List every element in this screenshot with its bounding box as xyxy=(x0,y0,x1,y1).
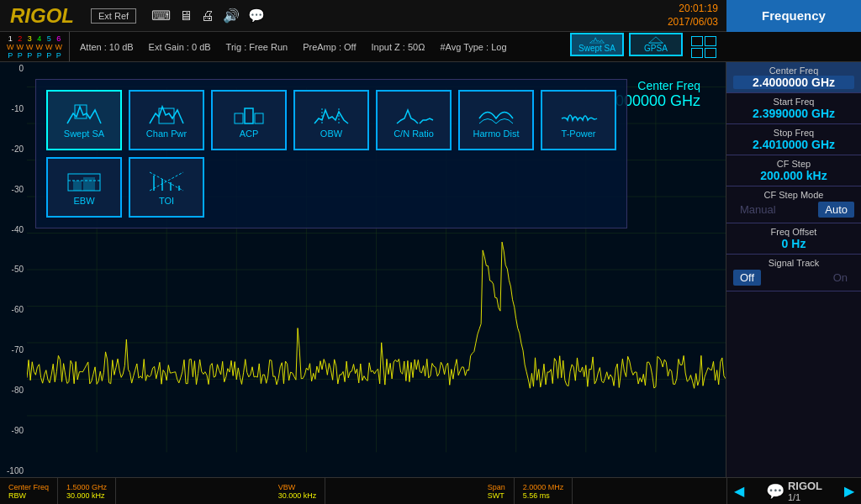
center-freq-value: 2.4000000 GHz xyxy=(733,76,854,89)
bb-span-swt-val: 2.0000 MHz 5.56 ms xyxy=(515,478,573,504)
ch-num-5: 5 xyxy=(47,34,51,43)
svg-rect-23 xyxy=(245,108,253,123)
gpsa-mode-btn[interactable]: GPSA xyxy=(629,33,683,56)
mode-buttons: Swept SA GPSA xyxy=(563,33,726,61)
freq-offset-row[interactable]: Freq Offset 0 Hz xyxy=(726,223,861,255)
swept-sa-icon xyxy=(580,36,614,44)
bottombar: Center Freq RBW 1.5000 GHz 30.000 kHz VB… xyxy=(0,477,861,504)
ch-w-1: W xyxy=(7,43,14,51)
y-label-100: -100 xyxy=(0,466,27,475)
meas-obw[interactable]: OBW xyxy=(293,90,369,150)
bb-span-val: 2.0000 MHz xyxy=(523,483,564,491)
infobar: 1 W P 2 W P 3 W P 4 W P 5 W P 6 W P Atte… xyxy=(0,32,861,62)
page-indicator: 1/1 xyxy=(788,492,822,502)
svg-rect-24 xyxy=(255,113,263,123)
toi-meas-label: TOI xyxy=(159,196,174,206)
ch-num-3: 3 xyxy=(28,34,32,43)
signal-track-row: Signal Track Off On xyxy=(726,255,861,291)
ch-w-6: W xyxy=(55,43,63,51)
channel-6: 6 W P xyxy=(55,34,63,60)
meas-swept-sa[interactable]: Swept SA xyxy=(46,90,122,150)
y-label-70: -70 xyxy=(0,345,27,354)
rigol-brand-text: RIGOL xyxy=(788,480,822,492)
gpsa-icon xyxy=(639,36,673,44)
meas-row1: Swept SA Chan Pwr xyxy=(46,90,616,150)
top-icons: ⌨ 🖥 🖨 🔊 💬 xyxy=(143,8,273,24)
time-display: 20:01:19 xyxy=(668,3,718,16)
meas-ebw[interactable]: EBW xyxy=(46,157,122,218)
y-label-10: -10 xyxy=(0,104,27,113)
bb-center-freq-key: Center Freq xyxy=(8,483,49,491)
center-freq-row[interactable]: Center Freq 2.4000000 GHz xyxy=(726,62,861,93)
bb-rbw-val: 30.000 kHz xyxy=(66,491,107,500)
prev-page-btn[interactable]: ◀ xyxy=(734,483,744,499)
ch-p-3: P xyxy=(27,51,32,60)
stop-freq-value: 2.4010000 GHz xyxy=(733,138,854,151)
ch-p-6: P xyxy=(56,51,61,60)
y-label-0: 0 xyxy=(0,64,27,73)
rigol-logo: RIGOL xyxy=(0,4,84,28)
svg-rect-22 xyxy=(235,113,243,123)
cn-ratio-meas-label: C/N Ratio xyxy=(394,129,434,139)
channel-2: 2 W P xyxy=(17,34,24,60)
harmo-dist-meas-label: Harmo Dist xyxy=(473,129,519,139)
gpsa-label: GPSA xyxy=(644,44,668,53)
extgain-param: Ext Gain : 0 dB xyxy=(149,42,211,52)
cf-step-row[interactable]: CF Step 200.000 kHz xyxy=(726,155,861,186)
start-freq-value: 2.3990000 GHz xyxy=(733,107,854,120)
preamp-param: PreAmp : Off xyxy=(303,42,356,52)
stop-freq-row[interactable]: Stop Freq 2.4010000 GHz xyxy=(726,124,861,155)
date-display: 2017/06/03 xyxy=(668,16,718,29)
bb-vbw-val: 30.000 kHz xyxy=(278,491,317,500)
meas-cn-ratio[interactable]: C/N Ratio xyxy=(376,90,452,150)
meas-chan-pwr[interactable]: Chan Pwr xyxy=(129,90,204,150)
trig-param: Trig : Free Run xyxy=(226,42,288,52)
signal-track-on-btn[interactable]: On xyxy=(827,270,854,286)
ebw-meas-label: EBW xyxy=(73,196,94,206)
ch-num-6: 6 xyxy=(56,34,61,43)
y-label-60: -60 xyxy=(0,305,27,314)
cn-ratio-meas-icon xyxy=(393,102,435,125)
y-label-80: -80 xyxy=(0,386,27,395)
print-icon[interactable]: 🖨 xyxy=(201,8,214,24)
monitor-icon[interactable]: 🖥 xyxy=(179,8,193,24)
meas-t-power[interactable]: T-Power xyxy=(541,90,616,150)
bb-vbw-key: VBW xyxy=(278,483,317,491)
meas-acp[interactable]: ACP xyxy=(211,90,287,150)
speaker-icon[interactable]: 🔊 xyxy=(223,8,240,24)
bb-center-freq: Center Freq RBW xyxy=(0,478,58,504)
start-freq-label: Start Freq xyxy=(733,97,854,107)
bb-span: Span SWT xyxy=(479,478,515,504)
y-label-20: -20 xyxy=(0,144,27,154)
start-freq-row[interactable]: Start Freq 2.3990000 GHz xyxy=(726,93,861,124)
freq-offset-value: 0 Hz xyxy=(733,237,854,250)
bb-vbw: VBW 30.000 kHz xyxy=(270,478,326,504)
signal-track-off-btn[interactable]: Off xyxy=(733,270,761,286)
avgtype-param: #Avg Type : Log xyxy=(440,42,506,52)
chart-area: 0 -10 -20 -30 -40 -50 -60 -70 -80 -90 -1… xyxy=(0,62,726,477)
cf-step-auto-btn[interactable]: Auto xyxy=(818,202,854,218)
ch-w-3: W xyxy=(26,43,34,51)
message-icon[interactable]: 💬 xyxy=(248,8,265,24)
y-label-30: -30 xyxy=(0,185,27,194)
wechat-icon: 💬 xyxy=(766,482,784,501)
meas-row2: EBW TOI xyxy=(46,157,616,218)
keyboard-icon[interactable]: ⌨ xyxy=(151,8,171,24)
y-label-50: -50 xyxy=(0,265,27,274)
meas-toi[interactable]: TOI xyxy=(129,157,204,218)
toi-meas-icon xyxy=(145,169,188,192)
grid-btn[interactable] xyxy=(688,33,720,61)
next-page-btn[interactable]: ▶ xyxy=(844,483,854,499)
meas-harmo-dist[interactable]: Harmo Dist xyxy=(458,90,534,150)
chan-pwr-meas-label: Chan Pwr xyxy=(146,129,187,139)
topbar: RIGOL Ext Ref ⌨ 🖥 🖨 🔊 💬 20:01:19 2017/06… xyxy=(0,0,861,32)
stop-freq-label: Stop Freq xyxy=(733,128,854,138)
cf-step-manual-btn[interactable]: Manual xyxy=(733,202,783,218)
t-power-meas-icon xyxy=(557,102,600,125)
swept-sa-mode-btn[interactable]: Swept SA xyxy=(570,33,624,56)
ch-w-5: W xyxy=(45,43,53,51)
atten-param: Atten : 10 dB xyxy=(80,42,134,52)
channel-3: 3 W P xyxy=(26,34,34,60)
cf-step-mode-row: CF Step Mode Manual Auto xyxy=(726,186,861,223)
signal-track-label: Signal Track xyxy=(733,258,854,268)
